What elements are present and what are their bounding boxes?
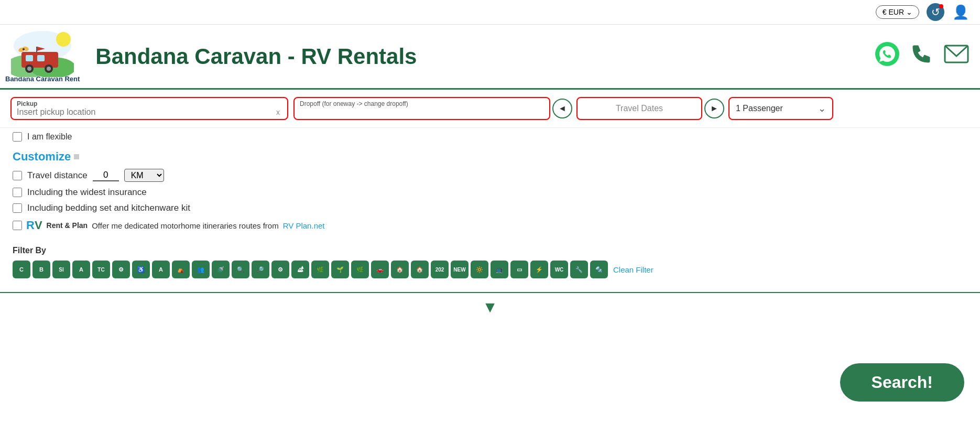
filter-badge-nut[interactable]: 🔩 [590,261,608,278]
filter-badge-leaf2[interactable]: 🌿 [351,261,369,278]
svg-point-15 [23,48,25,50]
filter-badge-a[interactable]: A [72,261,90,278]
bedding-label[interactable]: Including bedding set and kitchenware ki… [27,203,190,213]
pickup-inner: x [17,107,282,117]
clear-button[interactable]: x [274,108,282,116]
chevron-down-icon: ⌄ [906,8,912,16]
travel-distance-label[interactable]: Travel distance [27,170,88,181]
filter-badge-wrench[interactable]: 🔧 [570,261,588,278]
travel-distance-checkbox[interactable] [13,171,22,180]
site-title: Bandana Caravan - RV Rentals [90,44,417,69]
filter-badge-settings[interactable]: ⚙ [271,261,289,278]
rv-logo: RV [26,219,42,232]
small-square-icon [74,154,79,159]
filter-badge-tv[interactable]: 📺 [491,261,508,278]
travel-dates-selector[interactable]: Travel Dates [576,97,702,120]
history-icon[interactable]: ↺ [927,3,944,21]
filter-badge-si[interactable]: SI [52,261,70,278]
passenger-chevron-icon: ⌄ [818,103,826,114]
dropoff-input[interactable] [300,107,544,116]
flexible-row: I am flexible [0,128,980,146]
notification-dot [939,4,943,8]
flexible-label[interactable]: I am flexible [27,132,72,142]
filter-badge-search1[interactable]: 🔍 [232,261,249,278]
filter-badge-house1[interactable]: 🏠 [391,261,409,278]
svg-rect-6 [37,55,45,61]
search-bar: Pickup x Dropoff (for oneway -> change d… [0,90,980,128]
currency-label: € EUR [883,8,904,16]
filter-badge-a2[interactable]: A [152,261,170,278]
filter-badge-leaf[interactable]: 🌿 [311,261,329,278]
insurance-label[interactable]: Including the widest insurance [27,187,147,198]
filter-section: Filter By C B SI A TC ⚙ ♿ A ⛺ 👥 🚿 🔍 🔎 ⚙ … [0,242,980,287]
filter-badge-search2[interactable]: 🔎 [252,261,269,278]
header-left: Bandana Caravan Rent Bandana Caravan - R… [5,30,417,83]
rv-plan-link[interactable]: RV Plan.net [283,221,325,230]
pickup-group: Pickup x [10,97,288,120]
customize-title: Customize [13,150,967,164]
clean-filter-link[interactable]: Clean Filter [613,265,654,274]
filter-badge-accessible[interactable]: ♿ [132,261,150,278]
svg-point-10 [47,67,51,71]
filter-badge-seedling[interactable]: 🌱 [331,261,349,278]
bedding-row: Including bedding set and kitchenware ki… [13,203,967,213]
insurance-checkbox[interactable] [13,188,22,197]
bedding-checkbox[interactable] [13,203,22,213]
filter-badge-number[interactable]: 202 [431,261,449,278]
filter-badge-new[interactable]: NEW [451,261,469,278]
filter-badge-tc[interactable]: TC [92,261,110,278]
rv-v-letter: V [35,219,42,232]
filter-title: Filter By [13,246,967,255]
svg-rect-5 [26,55,33,61]
customize-section: Customize Travel distance KM Miles Inclu… [0,146,980,242]
filter-badges: C B SI A TC ⚙ ♿ A ⛺ 👥 🚿 🔍 🔎 ⚙ 🏕 🌿 🌱 🌿 🚗 … [13,261,967,278]
bottom-chevron-area: ▼ [0,292,980,321]
filter-badge-camp[interactable]: 🏕 [291,261,309,278]
filter-badge-bright[interactable]: 🔆 [471,261,488,278]
nav-right-button[interactable]: ► [704,99,724,118]
filter-badge-b[interactable]: B [32,261,50,278]
passenger-value: 1 Passenger [736,104,783,113]
filter-badge-electric[interactable]: ⚡ [530,261,548,278]
header: Bandana Caravan Rent Bandana Caravan - R… [0,25,980,90]
user-icon[interactable]: 👤 [952,3,970,21]
rv-rent-plan-row: RV Rent & Plan Offer me dedicated motorh… [13,219,967,232]
nav-left-button[interactable]: ◄ [552,99,572,118]
distance-unit-select[interactable]: KM Miles [124,169,164,182]
dropoff-label: Dropoff (for oneway -> change dropoff) [300,100,544,107]
pickup-label: Pickup [17,100,282,107]
svg-point-8 [27,67,31,71]
filter-badge-shower[interactable]: 🚿 [212,261,230,278]
filter-badge-tent[interactable]: ⛺ [172,261,190,278]
phone-icon[interactable] [910,42,933,70]
top-bar-right: € EUR ⌄ ↺ 👤 [876,3,970,21]
pickup-input[interactable] [17,107,274,117]
filter-badge-persons[interactable]: 👥 [192,261,210,278]
logo-image [11,30,74,77]
filter-badge-gear[interactable]: ⚙ [112,261,130,278]
svg-point-1 [56,32,71,47]
logo-area: Bandana Caravan Rent [5,30,80,83]
filter-badge-wc[interactable]: WC [550,261,568,278]
passenger-selector[interactable]: 1 Passenger ⌄ [728,97,833,120]
travel-distance-row: Travel distance KM Miles [13,169,967,182]
rv-plan-checkbox[interactable] [13,221,22,230]
top-bar: € EUR ⌄ ↺ 👤 [0,0,980,25]
filter-badge-car[interactable]: 🚗 [371,261,389,278]
filter-badge-house2[interactable]: 🏠 [411,261,429,278]
mail-icon[interactable] [943,42,970,70]
currency-selector[interactable]: € EUR ⌄ [876,5,919,19]
filter-badge-rect[interactable]: ▭ [510,261,528,278]
flexible-checkbox[interactable] [13,132,22,142]
header-icons [875,42,970,71]
insurance-row: Including the widest insurance [13,187,967,198]
rv-rp-brand-text: Rent & Plan [47,221,88,230]
travel-dates-label: Travel Dates [616,104,663,113]
bottom-chevron-icon: ▼ [482,298,498,316]
rv-plan-description: Offer me dedicated motorhome itineraries… [92,221,279,230]
customize-title-text: Customize [13,150,71,164]
svg-rect-11 [36,47,37,53]
filter-badge-c[interactable]: C [13,261,30,278]
travel-distance-input[interactable] [93,170,119,181]
whatsapp-icon[interactable] [875,42,899,71]
